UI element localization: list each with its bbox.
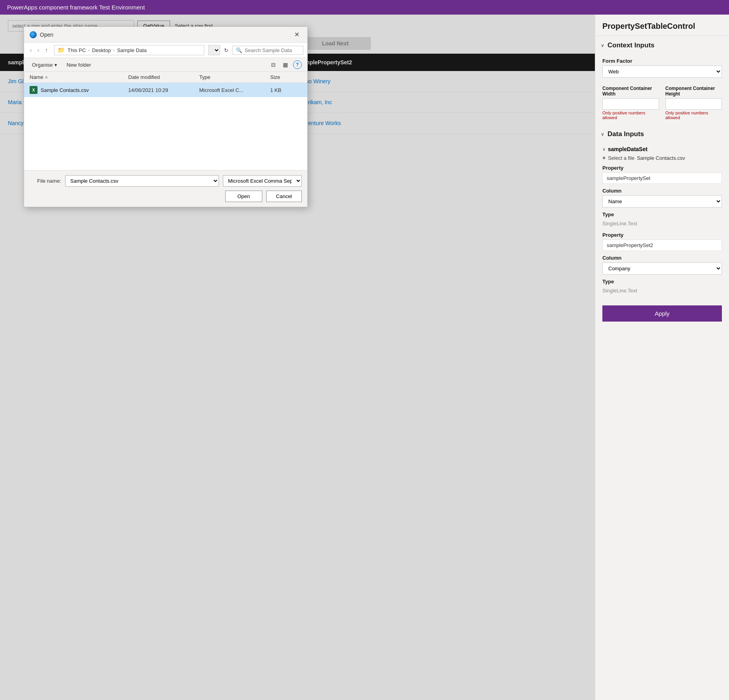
form-factor-label: Form Factor (602, 58, 722, 64)
new-folder-button[interactable]: New folder (64, 61, 93, 69)
file-date: 14/06/2021 10:29 (128, 87, 199, 93)
view-details-icon[interactable]: ▦ (281, 60, 290, 69)
path-dropdown[interactable] (208, 45, 220, 55)
nav-up-button[interactable]: ↑ (43, 46, 50, 54)
component-width-label: Component Container Width (602, 86, 659, 97)
organise-label: Organise (32, 62, 53, 68)
property1-value: samplePropertySet (602, 172, 722, 184)
width-error-text: Only positive numbers allowed (602, 110, 659, 120)
path-bar[interactable]: 📁 This PC › Desktop › Sample Data (54, 45, 204, 55)
file-dialog: Open ✕ ‹ › ↑ 📁 This PC › Desktop › Sa (24, 26, 308, 207)
filetype-select[interactable]: Microsoft Excel Comma Separat (223, 175, 302, 187)
path-segment-2: Desktop (92, 47, 111, 53)
nav-refresh-button[interactable]: ↻ (222, 46, 231, 54)
file-list-item[interactable]: XSample Contacts.csv14/06/2021 10:29Micr… (24, 83, 307, 97)
data-inputs-content: ∨ sampleDataSet + Select a file Sample C… (595, 141, 729, 300)
file-size: 1 KB (270, 87, 302, 93)
col-header-type[interactable]: Type (199, 74, 270, 80)
file-name-cell: XSample Contacts.csv (30, 86, 128, 94)
select-file-row[interactable]: + Select a file Sample Contacts.csv (602, 155, 722, 161)
context-inputs-content: Form Factor Web Phone Tablet Component C… (595, 52, 729, 125)
column1-label: Column (602, 188, 722, 194)
width-col: Component Container Width Only positive … (602, 82, 659, 120)
path-segment-3: Sample Data (117, 47, 147, 53)
sample-dataset-header[interactable]: ∨ sampleDataSet (602, 146, 722, 152)
app-title: PowerApps component framework Test Envir… (7, 4, 145, 11)
folder-icon: 📁 (58, 47, 65, 54)
type2-value: SingleLine.Text (602, 286, 722, 295)
content-area: GetValue Select a row first Load Prev Lo… (0, 15, 595, 700)
nav-back-button[interactable]: ‹ (28, 46, 34, 54)
filename-row: File name: Sample Contacts.csv Microsoft… (30, 175, 302, 187)
search-icon: 🔍 (236, 47, 242, 53)
dialog-bottom: File name: Sample Contacts.csv Microsoft… (24, 170, 307, 207)
sample-dataset-chevron-icon: ∨ (602, 147, 606, 152)
selected-file-text: Sample Contacts.csv (637, 155, 685, 161)
help-button[interactable]: ? (293, 60, 302, 69)
context-inputs-section-header[interactable]: ∨ Context Inputs (595, 36, 729, 52)
dialog-open-button[interactable]: Open (225, 191, 262, 202)
property2-value: samplePropertySet2 (602, 240, 722, 251)
component-width-input[interactable] (602, 98, 659, 110)
dialog-nav: ‹ › ↑ 📁 This PC › Desktop › Sample Data (24, 43, 307, 58)
col-header-date[interactable]: Date modified (128, 74, 199, 80)
type2-label: Type (602, 279, 722, 284)
title-bar: PowerApps component framework Test Envir… (0, 0, 729, 15)
property2-label: Property (602, 232, 722, 238)
file-list-rows: XSample Contacts.csv14/06/2021 10:29Micr… (24, 83, 307, 97)
column2-label: Column (602, 255, 722, 261)
component-height-input[interactable] (665, 98, 722, 110)
col-header-size[interactable]: Size (270, 74, 302, 80)
type1-value: SingleLine.Text (602, 219, 722, 228)
height-col: Component Container Height Only positive… (665, 82, 722, 120)
sort-indicator: ∧ (45, 75, 48, 79)
select-file-text: Select a file (608, 155, 634, 161)
data-inputs-title: Data Inputs (608, 130, 644, 138)
dialog-titlebar: Open ✕ (24, 27, 307, 43)
nav-forward-button[interactable]: › (36, 46, 41, 54)
col-header-name[interactable]: Name ∧ (30, 74, 128, 80)
plus-icon: + (602, 155, 606, 161)
dialog-action-buttons: Open Cancel (30, 191, 302, 202)
filename-label: File name: (30, 178, 61, 184)
path-segment-1: This PC (67, 47, 86, 53)
context-inputs-chevron-icon: ∨ (601, 43, 604, 48)
width-height-row: Component Container Width Only positive … (602, 82, 722, 120)
apply-button[interactable]: Apply (602, 305, 722, 322)
search-input[interactable] (245, 47, 300, 53)
file-list-header: Name ∧ Date modified Type Size (24, 72, 307, 83)
column1-select[interactable]: Name Company Email (602, 195, 722, 208)
data-inputs-section-header[interactable]: ∨ Data Inputs (595, 125, 729, 141)
column2-select[interactable]: NameCompanyEmail (602, 262, 722, 275)
property1-label: Property (602, 165, 722, 171)
type1-label: Type (602, 211, 722, 217)
file-type: Microsoft Excel C... (199, 87, 270, 93)
sample-dataset-title: sampleDataSet (608, 146, 647, 152)
dialog-cancel-button[interactable]: Cancel (266, 191, 302, 202)
excel-icon: X (30, 86, 37, 94)
data-inputs-chevron-icon: ∨ (601, 131, 604, 137)
context-inputs-title: Context Inputs (608, 41, 654, 49)
panel-title: PropertySetTableControl (595, 15, 729, 36)
search-box: 🔍 (232, 46, 303, 55)
dialog-toolbar: Organise ▾ New folder ⊟ ▦ ? (24, 58, 307, 72)
dialog-close-button[interactable]: ✕ (292, 30, 302, 39)
height-error-text: Only positive numbers allowed (665, 110, 722, 120)
view-list-icon[interactable]: ⊟ (269, 60, 278, 69)
dialog-title: Open (40, 32, 53, 38)
filename-select[interactable]: Sample Contacts.csv (65, 175, 219, 187)
form-factor-select[interactable]: Web Phone Tablet (602, 66, 722, 78)
organise-chevron-icon: ▾ (54, 62, 57, 68)
main-layout: GetValue Select a row first Load Prev Lo… (0, 15, 729, 700)
component-height-label: Component Container Height (665, 86, 722, 97)
file-list-area: Name ∧ Date modified Type Size (24, 72, 307, 170)
dialog-overlay: Open ✕ ‹ › ↑ 📁 This PC › Desktop › Sa (0, 15, 595, 700)
dialog-icon (30, 31, 37, 38)
organise-button[interactable]: Organise ▾ (30, 61, 60, 69)
right-panel: PropertySetTableControl ∨ Context Inputs… (595, 15, 729, 700)
